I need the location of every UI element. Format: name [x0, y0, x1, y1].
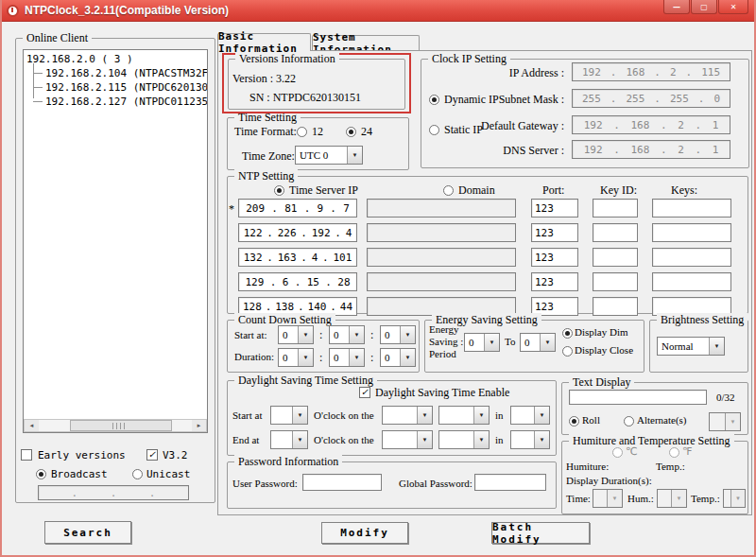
ntp-domain-input[interactable]: [367, 272, 516, 291]
ntp-server-ip-input[interactable]: 209.81.9.7: [238, 199, 357, 218]
ntp-server-ip-input[interactable]: 122.226.192.4: [238, 223, 357, 242]
display-dim-radio[interactable]: [562, 328, 573, 339]
tree-item-client[interactable]: 192.168.2.104 (NTPACSTM32F1070: [33, 66, 207, 80]
chevron-down-icon[interactable]: ▼: [534, 407, 549, 424]
time-server-ip-radio[interactable]: [274, 185, 284, 196]
format-24-radio[interactable]: [346, 127, 356, 137]
countdown-start-min-select[interactable]: 0▼: [329, 325, 365, 344]
unicast-ip-input[interactable]: ...: [38, 485, 189, 500]
countdown-start-hour-select[interactable]: 0▼: [278, 325, 314, 344]
countdown-start-sec-select[interactable]: 0▼: [380, 325, 416, 344]
ntp-keys-input[interactable]: [652, 223, 731, 242]
ntp-port-input[interactable]: 123: [531, 248, 578, 267]
roll-radio[interactable]: [569, 416, 579, 426]
tab-basic-information[interactable]: Basic Information: [217, 33, 311, 51]
countdown-duration-min-select[interactable]: 0▼: [329, 348, 365, 367]
chevron-down-icon[interactable]: ▼: [671, 490, 686, 507]
chevron-down-icon[interactable]: ▼: [400, 349, 415, 366]
hum-duration-select[interactable]: ▼: [657, 489, 687, 508]
ntp-port-input[interactable]: 123: [531, 272, 578, 291]
broadcast-radio[interactable]: [36, 469, 46, 479]
modify-button[interactable]: Modify: [321, 522, 408, 544]
chevron-down-icon[interactable]: ▼: [292, 407, 307, 424]
ntp-key-id-input[interactable]: [593, 248, 638, 267]
ntp-keys-input[interactable]: [652, 199, 731, 218]
ntp-key-id-input[interactable]: [593, 199, 638, 218]
horizontal-scrollbar[interactable]: ◄ ►: [24, 419, 207, 432]
chevron-down-icon[interactable]: ▼: [725, 413, 740, 430]
user-password-input[interactable]: [302, 474, 382, 491]
alternate-count-select[interactable]: ▼: [709, 412, 741, 431]
ntp-key-id-input[interactable]: [593, 272, 638, 291]
chevron-down-icon[interactable]: ▼: [417, 407, 432, 424]
chevron-down-icon[interactable]: ▼: [473, 431, 489, 448]
ntp-port-input[interactable]: 123: [531, 223, 578, 242]
text-display-input[interactable]: [569, 390, 707, 405]
fahrenheit-radio[interactable]: [669, 447, 679, 458]
chevron-down-icon[interactable]: ▼: [730, 490, 745, 507]
tree-item-client[interactable]: 192.168.2.127 (NTPDC011235): [33, 95, 207, 109]
dst-end-day-select[interactable]: ▼: [438, 430, 490, 449]
chevron-down-icon[interactable]: ▼: [473, 407, 489, 424]
ntp-keys-input[interactable]: [652, 272, 731, 291]
maximize-button[interactable]: ▢: [691, 0, 717, 14]
subnet-mask-field[interactable]: 255.255.255.0: [572, 89, 730, 108]
dst-end-week-select[interactable]: ▼: [382, 430, 433, 449]
chevron-down-icon[interactable]: ▼: [292, 431, 307, 448]
chevron-down-icon[interactable]: ▼: [417, 431, 432, 448]
ntp-domain-input[interactable]: [367, 199, 516, 218]
dst-start-month-select[interactable]: ▼: [510, 406, 550, 425]
domain-radio[interactable]: [443, 185, 454, 196]
display-close-radio[interactable]: [562, 346, 573, 357]
v32-checkbox[interactable]: ✓: [146, 449, 158, 461]
countdown-duration-sec-select[interactable]: 0▼: [380, 348, 416, 367]
dst-end-month-select[interactable]: ▼: [510, 430, 550, 449]
celsius-radio[interactable]: [612, 447, 623, 458]
chevron-down-icon[interactable]: ▼: [400, 326, 415, 343]
brightness-select[interactable]: Normal▼: [657, 337, 725, 356]
alternate-radio[interactable]: [624, 416, 634, 426]
chevron-down-icon[interactable]: ▼: [484, 334, 499, 351]
search-button[interactable]: Search: [44, 521, 131, 544]
chevron-down-icon[interactable]: ▼: [534, 431, 549, 448]
chevron-down-icon[interactable]: ▼: [347, 147, 362, 164]
dst-start-hour-select[interactable]: ▼: [270, 406, 308, 425]
ntp-domain-input[interactable]: [367, 223, 516, 242]
ntp-port-input[interactable]: 123: [531, 199, 578, 218]
ntp-domain-input[interactable]: [367, 248, 516, 267]
early-versions-checkbox[interactable]: [21, 449, 32, 461]
global-password-input[interactable]: [474, 474, 546, 491]
ntp-key-id-input[interactable]: [593, 223, 638, 242]
unicast-radio[interactable]: [132, 469, 143, 479]
dst-enable-checkbox[interactable]: ✓: [359, 387, 370, 398]
chevron-down-icon[interactable]: ▼: [349, 349, 364, 366]
format-12-radio[interactable]: [297, 127, 307, 137]
dns-server-field[interactable]: 192.168.2.1: [572, 140, 730, 159]
scrollbar-thumb[interactable]: [70, 420, 172, 431]
ntp-keys-input[interactable]: [652, 248, 731, 267]
time-zone-select[interactable]: UTC 0 ▼: [295, 146, 363, 165]
chevron-down-icon[interactable]: ▼: [298, 326, 313, 343]
scroll-left-icon[interactable]: ◄: [25, 420, 39, 431]
time-duration-select[interactable]: ▼: [593, 489, 623, 508]
ntp-server-ip-input[interactable]: 129.6.15.28: [238, 272, 357, 291]
tab-system-information[interactable]: System Information: [312, 35, 420, 51]
chevron-down-icon[interactable]: ▼: [349, 326, 364, 343]
dst-start-week-select[interactable]: ▼: [382, 406, 433, 425]
ip-address-field[interactable]: 192.168.2.115: [572, 62, 730, 81]
chevron-down-icon[interactable]: ▼: [540, 334, 555, 351]
tree-item-client[interactable]: 192.168.2.115 (NTPDC620130151): [33, 80, 207, 95]
tree-root-item[interactable]: 192.168.2.0 ( 3 ): [26, 52, 207, 66]
title-bar[interactable]: NTPClock_3.2.11(Compatible Version) — ▢ …: [0, 0, 756, 22]
minimize-button[interactable]: —: [663, 0, 690, 14]
chevron-down-icon[interactable]: ▼: [607, 490, 622, 507]
chevron-down-icon[interactable]: ▼: [298, 349, 313, 366]
temp-duration-select[interactable]: ▼: [723, 489, 746, 508]
ntp-server-ip-input[interactable]: 132.163.4.101: [238, 248, 357, 267]
scroll-right-icon[interactable]: ►: [192, 420, 206, 431]
default-gateway-field[interactable]: 192.168.2.1: [572, 115, 730, 134]
chevron-down-icon[interactable]: ▼: [709, 338, 724, 355]
dst-end-hour-select[interactable]: ▼: [270, 430, 308, 449]
close-button[interactable]: ✕: [718, 0, 748, 14]
energy-from-select[interactable]: 0▼: [464, 333, 500, 352]
